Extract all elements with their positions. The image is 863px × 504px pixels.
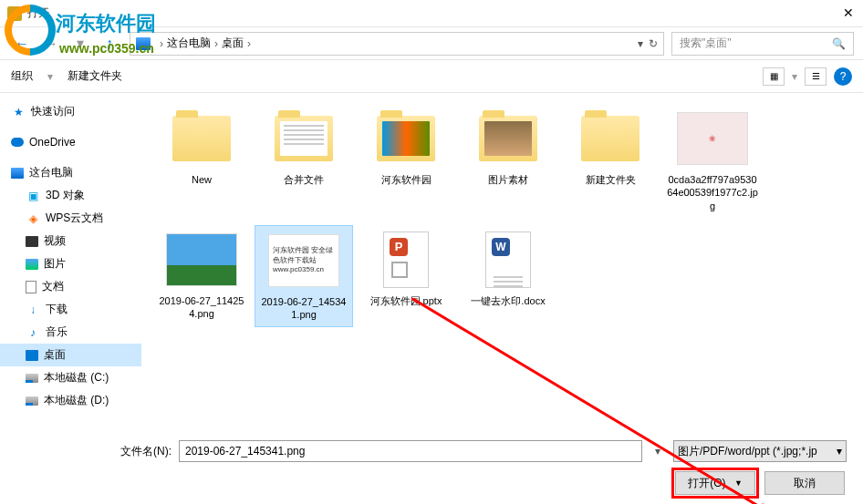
- sidebar: ★快速访问OneDrive这台电脑▣3D 对象◈WPS云文档视频图片文档↓下载♪…: [0, 93, 141, 439]
- sidebar-item-label: 文档: [42, 279, 64, 294]
- refresh-icon[interactable]: ↻: [649, 37, 658, 50]
- sidebar-item-cloud[interactable]: OneDrive: [0, 132, 141, 152]
- file-item[interactable]: 河东软件园: [357, 104, 455, 218]
- video-icon: [26, 236, 38, 247]
- file-label: New: [192, 173, 212, 186]
- file-item[interactable]: 河东软件园.pptx: [357, 225, 455, 328]
- file-item[interactable]: 一键去水印.docx: [459, 225, 557, 328]
- pc-icon: [136, 37, 151, 50]
- up-icon[interactable]: ↑: [97, 31, 122, 57]
- app-icon: [7, 6, 22, 21]
- organize-button[interactable]: 组织: [11, 68, 33, 84]
- doc-icon: [26, 281, 36, 293]
- file-thumbnail: [268, 109, 339, 168]
- sidebar-item-star[interactable]: ★快速访问: [0, 100, 141, 123]
- file-thumbnail: [473, 109, 544, 168]
- sidebar-item-label: OneDrive: [29, 136, 76, 149]
- file-label: 河东软件园.pptx: [370, 294, 442, 307]
- sidebar-item-label: 视频: [44, 233, 66, 249]
- filename-label: 文件名(N):: [108, 444, 172, 459]
- desk-icon: [26, 350, 38, 361]
- sidebar-item-disk[interactable]: 本地磁盘 (D:): [0, 389, 141, 412]
- file-thumbnail: [370, 109, 442, 168]
- file-thumbnail: ❀: [677, 109, 748, 168]
- disk-icon: [26, 396, 38, 406]
- filetype-select[interactable]: 图片/PDF/word/ppt (*.jpg;*.jp ▾: [673, 440, 847, 462]
- sidebar-item-desk[interactable]: 桌面: [0, 344, 141, 366]
- sidebar-item-label: 音乐: [46, 324, 68, 340]
- 3d-icon: ▣: [26, 189, 40, 203]
- new-folder-button[interactable]: 新建文件夹: [68, 68, 122, 84]
- file-label: 2019-06-27_114254.png: [156, 294, 247, 321]
- sidebar-item-label: 3D 对象: [46, 188, 85, 203]
- forward-icon: →: [38, 31, 64, 57]
- search-input[interactable]: 搜索"桌面" 🔍: [671, 32, 854, 56]
- file-thumbnail: [166, 109, 237, 168]
- chevron-right-icon: ›: [247, 37, 251, 50]
- sidebar-item-3d[interactable]: ▣3D 对象: [0, 184, 141, 207]
- search-placeholder: 搜索"桌面": [680, 36, 732, 51]
- open-button[interactable]: 打开(O) ▼: [675, 471, 755, 495]
- dropdown-history-icon[interactable]: ▾: [68, 31, 93, 57]
- close-icon[interactable]: ✕: [843, 5, 854, 20]
- down-icon: ↓: [26, 303, 40, 317]
- cancel-button[interactable]: 取消: [764, 471, 845, 495]
- dialog-footer: 文件名(N): ▾ 图片/PDF/word/ppt (*.jpg;*.jp ▾ …: [0, 440, 863, 495]
- file-label: 河东软件园: [381, 173, 432, 186]
- sidebar-item-music[interactable]: ♪音乐: [0, 321, 141, 344]
- chevron-down-icon[interactable]: ▾: [638, 37, 643, 50]
- sidebar-item-wps[interactable]: ◈WPS云文档: [0, 207, 141, 230]
- file-label: 0cda3a2ff797a953064e00539f1977c2.jpg: [667, 173, 758, 212]
- breadcrumb-desktop[interactable]: 桌面: [222, 36, 244, 51]
- sidebar-item-doc[interactable]: 文档: [0, 275, 141, 298]
- star-icon: ★: [11, 105, 26, 119]
- breadcrumb[interactable]: › 这台电脑 › 桌面 › ▾ ↻: [130, 32, 664, 56]
- window-title: 打开: [27, 5, 49, 21]
- sidebar-item-pic[interactable]: 图片: [0, 252, 141, 275]
- file-item[interactable]: 新建文件夹: [561, 104, 660, 218]
- music-icon: ♪: [26, 325, 40, 340]
- sidebar-item-video[interactable]: 视频: [0, 230, 141, 252]
- chevron-right-icon: ›: [214, 37, 218, 50]
- chevron-down-icon: ▾: [837, 445, 842, 458]
- sidebar-item-label: 本地磁盘 (C:): [44, 370, 109, 386]
- navigation-bar: ← → ▾ ↑ › 这台电脑 › 桌面 › ▾ ↻ 搜索"桌面" 🔍: [0, 27, 863, 60]
- sidebar-item-label: WPS云文档: [46, 211, 103, 226]
- file-item[interactable]: 合并文件: [255, 104, 353, 218]
- sidebar-item-label: 下载: [46, 302, 68, 317]
- sidebar-item-label: 本地磁盘 (D:): [44, 393, 109, 408]
- chevron-right-icon: ›: [160, 37, 163, 50]
- file-thumbnail: [473, 231, 544, 289]
- filename-dropdown-icon[interactable]: ▾: [650, 445, 666, 458]
- back-icon[interactable]: ←: [9, 31, 35, 57]
- view-details-button[interactable]: ☰: [805, 67, 827, 86]
- file-item[interactable]: 河东软件园 安全绿色软件下载站 www.pc0359.cn2019-06-27_…: [255, 225, 353, 328]
- sidebar-item-label: 快速访问: [31, 104, 75, 119]
- file-item[interactable]: 2019-06-27_114254.png: [152, 225, 251, 328]
- search-icon[interactable]: 🔍: [832, 37, 846, 50]
- file-label: 图片素材: [488, 173, 528, 186]
- filename-input[interactable]: [179, 440, 642, 462]
- pc-icon: [11, 168, 24, 179]
- file-item[interactable]: ❀0cda3a2ff797a953064e00539f1977c2.jpg: [663, 104, 762, 218]
- titlebar: 打开 ✕: [0, 0, 863, 27]
- sidebar-item-label: 这台电脑: [29, 165, 73, 180]
- toolbar: 组织 ▾ 新建文件夹 ▦ ▾ ☰ ?: [0, 60, 863, 93]
- sidebar-item-disk[interactable]: 本地磁盘 (C:): [0, 366, 141, 389]
- file-thumbnail: [370, 231, 442, 289]
- file-item[interactable]: New: [152, 104, 251, 218]
- file-thumbnail: 河东软件园 安全绿色软件下载站 www.pc0359.cn: [268, 231, 339, 290]
- file-item[interactable]: 图片素材: [459, 104, 557, 218]
- file-list: New合并文件河东软件园图片素材新建文件夹❀0cda3a2ff797a95306…: [141, 93, 863, 439]
- sidebar-item-label: 桌面: [44, 347, 66, 363]
- pic-icon: [26, 259, 38, 270]
- sidebar-item-pc[interactable]: 这台电脑: [0, 161, 141, 184]
- sidebar-item-down[interactable]: ↓下载: [0, 298, 141, 321]
- sidebar-item-label: 图片: [44, 256, 66, 272]
- view-icons-button[interactable]: ▦: [763, 67, 785, 86]
- file-label: 合并文件: [284, 173, 324, 186]
- file-label: 一键去水印.docx: [471, 294, 545, 307]
- breadcrumb-pc[interactable]: 这台电脑: [167, 36, 211, 51]
- file-label: 2019-06-27_145341.png: [259, 295, 348, 322]
- help-icon[interactable]: ?: [834, 67, 852, 86]
